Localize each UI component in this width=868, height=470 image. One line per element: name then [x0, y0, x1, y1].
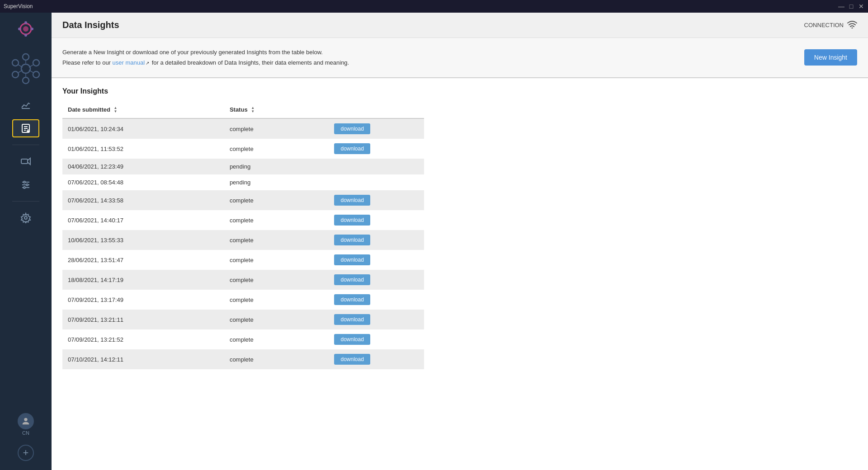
- download-button[interactable]: download: [334, 123, 370, 134]
- svg-point-34: [24, 418, 27, 421]
- avatar: [18, 413, 34, 429]
- date-cell: 28/06/2021, 13:51:47: [62, 250, 224, 270]
- table-row: 01/06/2021, 11:53:52completedownload: [62, 139, 424, 159]
- status-cell: complete: [224, 310, 329, 329]
- svg-point-11: [12, 71, 19, 78]
- download-button[interactable]: download: [334, 254, 370, 265]
- date-cell: 01/06/2021, 10:24:34: [62, 118, 224, 139]
- status-sort-icon: ▲▼: [251, 106, 255, 113]
- video-sidebar-icon[interactable]: [12, 152, 39, 170]
- svg-point-8: [33, 60, 39, 66]
- data-insights-sidebar-icon[interactable]: [12, 119, 39, 137]
- download-button[interactable]: download: [334, 294, 370, 305]
- table-row: 01/06/2021, 10:24:34completedownload: [62, 118, 424, 139]
- table-row: 07/09/2021, 13:17:49completedownload: [62, 290, 424, 310]
- status-cell: complete: [224, 270, 329, 290]
- date-cell: 18/08/2021, 14:17:19: [62, 270, 224, 290]
- action-cell: download: [329, 329, 424, 349]
- download-button[interactable]: download: [334, 195, 370, 206]
- svg-rect-25: [21, 159, 28, 164]
- info-line2-prefix: Please refer to our: [62, 59, 113, 66]
- action-cell: download: [329, 210, 424, 230]
- settings-sidebar-icon[interactable]: [12, 209, 39, 227]
- table-row: 18/08/2021, 14:17:19completedownload: [62, 270, 424, 290]
- status-cell: complete: [224, 139, 329, 159]
- connection-area: CONNECTION: [804, 20, 857, 30]
- svg-point-6: [21, 64, 30, 73]
- date-cell: 07/06/2021, 14:33:58: [62, 190, 224, 210]
- table-row: 10/06/2021, 13:55:33completedownload: [62, 230, 424, 250]
- external-link-icon: ↗: [146, 61, 149, 66]
- action-cell: download: [329, 190, 424, 210]
- info-line2-suffix: for a detailed breakdown of Data Insight…: [150, 59, 349, 66]
- maximize-button[interactable]: □: [848, 3, 854, 9]
- date-submitted-header[interactable]: Date submitted ▲▼: [62, 103, 224, 119]
- table-row: 07/06/2021, 14:33:58completedownload: [62, 190, 424, 210]
- add-button[interactable]: +: [18, 445, 34, 461]
- table-row: 07/09/2021, 13:21:52completedownload: [62, 329, 424, 349]
- table-row: 04/06/2021, 12:23:49pending: [62, 159, 424, 174]
- download-button[interactable]: download: [334, 314, 370, 325]
- action-header: [329, 103, 424, 119]
- window-controls: — □ ✕: [838, 3, 864, 9]
- new-insight-button[interactable]: New Insight: [804, 49, 857, 66]
- top-bar: Data Insights CONNECTION: [52, 13, 868, 38]
- download-button[interactable]: download: [334, 334, 370, 345]
- svg-point-2: [24, 21, 27, 24]
- date-cell: 01/06/2021, 11:53:52: [62, 139, 224, 159]
- date-cell: 10/06/2021, 13:55:33: [62, 230, 224, 250]
- svg-point-3: [24, 34, 27, 37]
- status-cell: complete: [224, 250, 329, 270]
- page-title: Data Insights: [62, 20, 119, 30]
- date-cell: 07/09/2021, 13:21:52: [62, 329, 224, 349]
- svg-point-30: [24, 181, 25, 183]
- status-cell: pending: [224, 159, 329, 174]
- sidebar: CN +: [0, 13, 52, 470]
- sidebar-divider-1: [12, 145, 39, 145]
- action-cell: download: [329, 270, 424, 290]
- user-manual-link[interactable]: user manual: [113, 59, 145, 66]
- status-cell: pending: [224, 174, 329, 190]
- svg-point-33: [24, 216, 27, 219]
- wifi-icon: [847, 20, 857, 30]
- date-sort-icon: ▲▼: [114, 106, 118, 113]
- svg-point-35: [852, 28, 853, 29]
- insights-heading: Your Insights: [62, 87, 857, 95]
- download-button[interactable]: download: [334, 235, 370, 245]
- sliders-sidebar-icon[interactable]: [12, 176, 39, 194]
- user-label: CN: [22, 430, 29, 436]
- date-cell: 04/06/2021, 12:23:49: [62, 159, 224, 174]
- sidebar-divider-2: [12, 201, 39, 202]
- minimize-button[interactable]: —: [838, 3, 844, 9]
- page-content: Generate a New Insight or download one o…: [52, 38, 868, 470]
- action-cell: download: [329, 118, 424, 139]
- download-button[interactable]: download: [334, 354, 370, 365]
- date-cell: 07/06/2021, 14:40:17: [62, 210, 224, 230]
- status-header[interactable]: Status ▲▼: [224, 103, 329, 119]
- action-cell: download: [329, 310, 424, 329]
- svg-marker-26: [28, 158, 30, 164]
- action-cell: [329, 174, 424, 190]
- download-button[interactable]: download: [334, 215, 370, 226]
- title-bar: SuperVision — □ ✕: [0, 0, 868, 13]
- info-section: Generate a New Insight or download one o…: [52, 38, 868, 78]
- table-section: Your Insights Date submitted ▲▼ Status ▲…: [52, 78, 868, 470]
- action-cell: download: [329, 349, 424, 369]
- app-logo: [15, 18, 37, 42]
- chart-sidebar-icon[interactable]: [12, 96, 39, 114]
- app-title: SuperVision: [4, 3, 33, 9]
- download-button[interactable]: download: [334, 274, 370, 285]
- status-cell: complete: [224, 230, 329, 250]
- connection-label: CONNECTION: [804, 22, 844, 28]
- close-button[interactable]: ✕: [858, 3, 864, 9]
- table-row: 07/09/2021, 13:21:11completedownload: [62, 310, 424, 329]
- table-row: 07/06/2021, 14:40:17completedownload: [62, 210, 424, 230]
- svg-point-7: [23, 54, 29, 60]
- date-cell: 07/09/2021, 13:21:11: [62, 310, 224, 329]
- table-row: 07/10/2021, 14:12:11completedownload: [62, 349, 424, 369]
- action-cell: [329, 159, 424, 174]
- download-button[interactable]: download: [334, 143, 370, 154]
- insights-table: Date submitted ▲▼ Status ▲▼ 01/06/2021, …: [62, 103, 424, 370]
- user-profile[interactable]: CN: [18, 413, 34, 436]
- status-cell: complete: [224, 118, 329, 139]
